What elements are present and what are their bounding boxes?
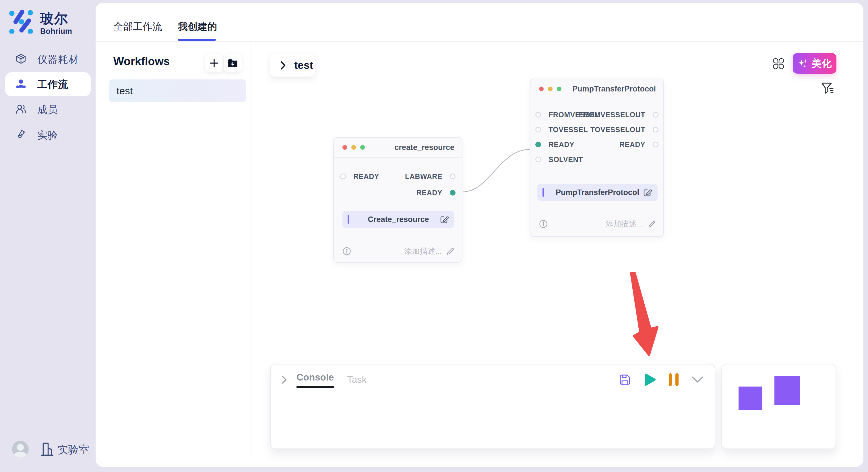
red-annotation-arrow <box>626 268 663 360</box>
apps-grid-icon[interactable] <box>772 57 785 70</box>
console-header: Console Task <box>280 371 704 388</box>
port-row: TOVESSELOUT <box>590 125 658 135</box>
port-out-fromvesselout[interactable] <box>653 112 658 117</box>
filter-icon[interactable] <box>820 81 834 95</box>
beautify-label: 美化 <box>812 57 832 70</box>
workflow-item-name: test <box>117 85 133 97</box>
tab-created-by-me[interactable]: 我创建的 <box>178 20 217 33</box>
text-caret <box>348 215 349 224</box>
traffic-red-dot <box>539 87 544 91</box>
port-in-solvent[interactable] <box>535 157 541 162</box>
package-icon <box>16 53 26 65</box>
pencil-icon[interactable] <box>446 247 454 255</box>
port-out-ready[interactable] <box>653 142 658 147</box>
traffic-green-dot <box>360 145 365 150</box>
console-panel: Console Task <box>270 364 715 449</box>
sidebar-item-members[interactable]: 成员 <box>0 98 96 122</box>
traffic-red-dot <box>342 145 347 150</box>
sidebar-item-label: 仪器耗材 <box>37 53 79 66</box>
sidebar-item-label: 成员 <box>37 103 58 116</box>
node-title: PumpTransferProtocol <box>572 85 656 94</box>
add-workflow-button[interactable] <box>205 54 223 72</box>
description-placeholder[interactable]: 添加描述... <box>606 219 643 229</box>
minimap[interactable] <box>721 364 836 449</box>
port-row: LABWARE <box>405 171 456 181</box>
chevron-right-icon <box>279 61 287 70</box>
node-header: create_resource <box>334 138 462 158</box>
port-out-ready[interactable] <box>450 190 456 196</box>
port-in-fromvessel[interactable] <box>535 112 541 117</box>
port-in-ready[interactable] <box>340 173 346 179</box>
plus-icon <box>209 58 219 68</box>
port-row: READY <box>416 188 456 198</box>
members-icon <box>16 103 26 115</box>
node-action-button[interactable]: Create_resource <box>342 211 454 228</box>
sidebar-item-label: 实验 <box>37 129 58 142</box>
port-row: READY <box>619 139 658 150</box>
traffic-green-dot <box>557 87 561 91</box>
bohrium-logo-icon <box>9 7 35 34</box>
pencil-icon[interactable] <box>648 220 656 228</box>
sparkles-icon <box>798 58 808 69</box>
node-create-resource[interactable]: create_resource READY LABWARE READY Crea… <box>333 137 462 263</box>
workflows-panel-title: Workflows <box>113 55 169 68</box>
user-avatar[interactable] <box>12 441 29 458</box>
breadcrumb[interactable]: test <box>270 54 315 76</box>
port-row: READY <box>535 139 575 150</box>
traffic-yellow-dot <box>548 87 553 91</box>
workflow-users-icon <box>16 78 26 90</box>
minimap-node-pump-transfer <box>774 376 800 405</box>
save-icon[interactable] <box>618 373 631 386</box>
pause-icon[interactable] <box>669 373 679 386</box>
node-footer: 添加描述... <box>342 245 454 257</box>
sidebar-item-workflow[interactable]: 工作流 <box>0 72 96 96</box>
folder-download-icon <box>228 59 238 68</box>
tabbar-divider <box>96 41 863 42</box>
sidebar-item-label: 工作流 <box>37 78 68 91</box>
tab-all-workflows[interactable]: 全部工作流 <box>113 20 162 33</box>
node-header: PumpTransferProtocol <box>530 79 663 99</box>
port-out-labware[interactable] <box>450 173 456 179</box>
chevron-down-icon[interactable] <box>691 376 704 383</box>
node-title: create_resource <box>394 143 454 152</box>
port-row: FROMVESSELOUT <box>579 109 658 120</box>
info-icon[interactable] <box>539 220 548 228</box>
run-icon[interactable] <box>644 373 656 386</box>
port-row: TOVESSEL <box>535 125 588 135</box>
workflow-list-item[interactable]: test <box>109 79 246 102</box>
description-placeholder[interactable]: 添加描述... <box>404 246 442 256</box>
sidebar-item-experiments[interactable]: 实验 <box>0 123 96 147</box>
info-icon[interactable] <box>342 247 351 256</box>
import-folder-button[interactable] <box>224 54 242 72</box>
edit-icon[interactable] <box>643 188 652 197</box>
port-in-ready[interactable] <box>535 142 541 147</box>
connection-wire <box>459 143 534 198</box>
traffic-yellow-dot <box>351 145 356 150</box>
sidebar-item-instruments[interactable]: 仪器耗材 <box>0 47 96 71</box>
edit-icon[interactable] <box>439 214 449 224</box>
node-footer: 添加描述... <box>539 218 656 230</box>
collapse-chevron-icon[interactable] <box>280 375 288 384</box>
port-in-tovessel[interactable] <box>535 127 541 133</box>
breadcrumb-label: test <box>294 59 313 71</box>
port-row: READY <box>340 171 379 181</box>
node-action-button[interactable]: PumpTransferProtocol <box>537 184 658 201</box>
beautify-button[interactable]: 美化 <box>793 53 836 74</box>
minimap-node-create-resource <box>739 386 763 410</box>
workflow-panel-divider <box>251 42 251 456</box>
workspace-label[interactable]: 实验室 <box>57 443 89 457</box>
port-row: SOLVENT <box>535 154 583 165</box>
active-tab-underline <box>178 39 216 41</box>
brand-name-zh: 玻尔 <box>40 10 68 28</box>
tab-console[interactable]: Console <box>297 372 334 388</box>
text-caret <box>542 188 544 197</box>
tab-task[interactable]: Task <box>347 374 367 385</box>
brand-name-en: Bohrium <box>40 27 72 36</box>
test-tube-icon <box>16 129 26 141</box>
lab-building-icon <box>40 442 54 456</box>
port-out-tovesselout[interactable] <box>653 127 658 133</box>
node-pump-transfer-protocol[interactable]: PumpTransferProtocol FROMVESSEL TOVESSEL… <box>530 78 664 237</box>
